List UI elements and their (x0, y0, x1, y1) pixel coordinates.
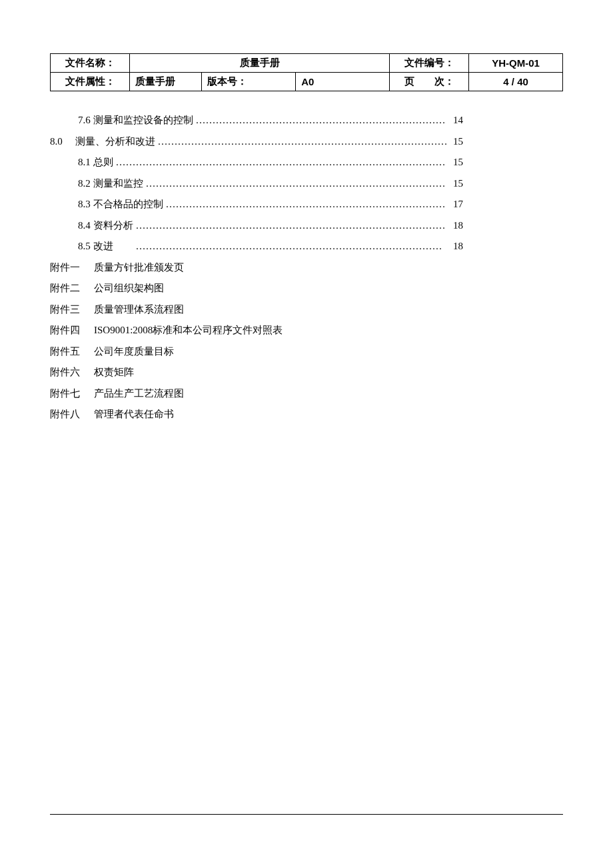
toc-entry-page: 15 (449, 152, 463, 173)
toc-entry-page: 14 (449, 110, 463, 131)
toc-leader-dots (146, 173, 447, 195)
appendix-value: 权责矩阵 (89, 362, 134, 383)
toc-entry: 8.0 测量、分析和改进15 (50, 131, 463, 153)
toc-entry: 8.4 资料分析18 (50, 215, 463, 237)
appendix-key: 附件一 (50, 257, 89, 279)
appendix-value: ISO9001:2008标准和本公司程序文件对照表 (89, 320, 283, 341)
toc-entry-label: 8.3 不合格品的控制 (78, 194, 163, 215)
toc-entry: 8.3 不合格品的控制17 (50, 194, 463, 215)
header-label-doc-name: 文件名称： (51, 54, 130, 73)
toc-entry: 7.6 测量和监控设备的控制14 (50, 110, 463, 131)
header-doc-attr: 质量手册 (130, 73, 202, 91)
appendix-entry: 附件七产品生产工艺流程图 (50, 383, 563, 405)
header-version: A0 (296, 73, 390, 91)
appendix-value: 产品生产工艺流程图 (89, 383, 184, 405)
toc-leader-dots (136, 236, 442, 257)
toc-leader-dots (136, 215, 447, 237)
toc-leader-dots (166, 194, 447, 215)
toc-entry: 8.5 改进 18 (50, 236, 463, 257)
toc-entry-label: 8.1 总则 (78, 152, 113, 173)
toc-entry-label: 7.6 测量和监控设备的控制 (78, 110, 193, 131)
toc-entry: 8.1 总则15 (50, 152, 463, 173)
appendix-value: 质量管理体系流程图 (89, 299, 184, 321)
toc-leader-dots (116, 152, 447, 173)
toc-entry-label: 8.5 改进 (78, 236, 133, 257)
appendix-entry: 附件一质量方针批准颁发页 (50, 257, 563, 279)
document-header-table: 文件名称： 质量手册 文件编号： YH-QM-01 文件属性： 质量手册 版本号… (50, 53, 563, 91)
toc-leader-dots (158, 131, 447, 153)
appendix-key: 附件五 (50, 341, 89, 363)
appendix-value: 公司组织架构图 (89, 278, 164, 299)
appendix-key: 附件三 (50, 299, 89, 321)
toc-entry-page: 18 (449, 215, 463, 237)
toc-entry-page: 17 (449, 194, 463, 215)
toc-entry-label: 8.0 测量、分析和改进 (50, 131, 155, 153)
toc-entry-page: 15 (449, 131, 463, 153)
header-label-doc-attr: 文件属性： (51, 73, 130, 91)
header-label-version: 版本号： (202, 73, 296, 91)
appendix-value: 质量方针批准颁发页 (89, 257, 184, 279)
appendix-key: 附件八 (50, 404, 89, 425)
toc-entry-page: 15 (449, 173, 463, 195)
appendix-key: 附件六 (50, 362, 89, 383)
header-label-doc-number: 文件编号： (390, 54, 469, 73)
header-label-page: 页 次： (390, 73, 469, 91)
appendix-key: 附件四 (50, 320, 89, 341)
appendix-key: 附件七 (50, 383, 89, 405)
appendix-list: 附件一质量方针批准颁发页附件二公司组织架构图附件三质量管理体系流程图附件四ISO… (50, 257, 563, 425)
appendix-entry: 附件三质量管理体系流程图 (50, 299, 563, 321)
toc-entry: 8.2 测量和监控15 (50, 173, 463, 195)
header-doc-number: YH-QM-01 (469, 54, 563, 73)
header-doc-title: 质量手册 (130, 54, 390, 73)
appendix-entry: 附件五公司年度质量目标 (50, 341, 563, 363)
appendix-value: 管理者代表任命书 (89, 404, 174, 425)
toc-leader-dots (196, 110, 447, 131)
appendix-entry: 附件四ISO9001:2008标准和本公司程序文件对照表 (50, 320, 563, 341)
toc-entry-page: 18 (444, 236, 464, 257)
toc-entry-label: 8.4 资料分析 (78, 215, 133, 237)
header-page: 4 / 40 (469, 73, 563, 91)
appendix-entry: 附件二公司组织架构图 (50, 278, 563, 299)
appendix-entry: 附件八管理者代表任命书 (50, 404, 563, 425)
appendix-entry: 附件六权责矩阵 (50, 362, 563, 383)
appendix-value: 公司年度质量目标 (89, 341, 174, 363)
appendix-key: 附件二 (50, 278, 89, 299)
footer-rule (50, 814, 563, 815)
table-of-contents: 7.6 测量和监控设备的控制148.0 测量、分析和改进158.1 总则158.… (50, 110, 563, 257)
toc-entry-label: 8.2 测量和监控 (78, 173, 143, 195)
